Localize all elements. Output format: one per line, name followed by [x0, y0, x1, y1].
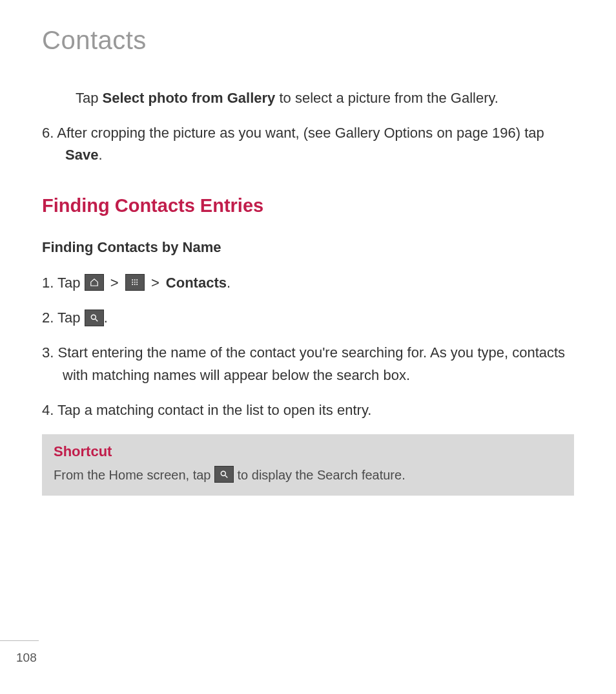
svg-rect-5: [136, 282, 138, 283]
svg-rect-4: [134, 282, 136, 283]
svg-rect-2: [136, 280, 138, 281]
step-number: 1.: [42, 275, 57, 291]
step-number: 4.: [42, 402, 57, 418]
intro-paragraph: Tap Select photo from Gallery to select …: [42, 87, 574, 109]
text: Tap a matching contact in the list to op…: [57, 402, 371, 418]
svg-point-9: [91, 315, 96, 319]
text: Tap: [57, 275, 85, 291]
page-number: 108: [16, 651, 37, 665]
svg-point-11: [221, 472, 225, 476]
bold-text: Save: [65, 147, 98, 163]
bold-text: Contacts: [166, 275, 227, 291]
text: Tap: [57, 310, 85, 326]
home-icon: [85, 274, 104, 291]
apps-icon: [125, 274, 145, 291]
step-1: 1. Tap > > Contacts.: [42, 272, 574, 294]
separator: >: [151, 275, 163, 291]
text: Tap: [76, 90, 103, 106]
step-number: 3.: [42, 344, 57, 361]
sub-heading: Finding Contacts by Name: [42, 239, 574, 256]
step-4: 4. Tap a matching contact in the list to…: [42, 399, 574, 421]
svg-line-12: [225, 476, 228, 478]
step-6: 6. After cropping the picture as you wan…: [42, 122, 574, 166]
svg-rect-3: [132, 282, 133, 283]
shortcut-body: From the Home screen, tap to display the…: [54, 465, 562, 485]
page-title: Contacts: [42, 26, 574, 55]
svg-rect-0: [132, 280, 133, 281]
step-number: 6.: [42, 125, 57, 141]
text: to display the Search feature.: [238, 468, 406, 482]
text: .: [227, 275, 231, 291]
text: .: [98, 147, 102, 163]
section-heading: Finding Contacts Entries: [42, 195, 574, 216]
svg-rect-6: [132, 284, 133, 286]
footer-divider: [0, 640, 39, 641]
text: Start entering the name of the contact y…: [57, 344, 565, 383]
bold-text: Select photo from Gallery: [103, 90, 276, 106]
step-number: 2.: [42, 310, 57, 326]
text: to select a picture from the Gallery.: [275, 90, 498, 106]
svg-line-10: [95, 319, 98, 321]
svg-rect-7: [134, 284, 136, 286]
text: After cropping the picture as you want, …: [57, 125, 544, 141]
text: From the Home screen, tap: [54, 468, 214, 482]
svg-rect-8: [136, 284, 138, 286]
shortcut-box: Shortcut From the Home screen, tap to di…: [42, 434, 574, 496]
separator: >: [110, 275, 123, 291]
shortcut-title: Shortcut: [54, 443, 562, 460]
search-icon: [214, 466, 234, 483]
step-2: 2. Tap .: [42, 307, 574, 329]
step-3: 3. Start entering the name of the contac…: [42, 342, 574, 386]
search-icon: [85, 310, 104, 326]
text: .: [104, 310, 108, 326]
svg-rect-1: [134, 280, 136, 281]
